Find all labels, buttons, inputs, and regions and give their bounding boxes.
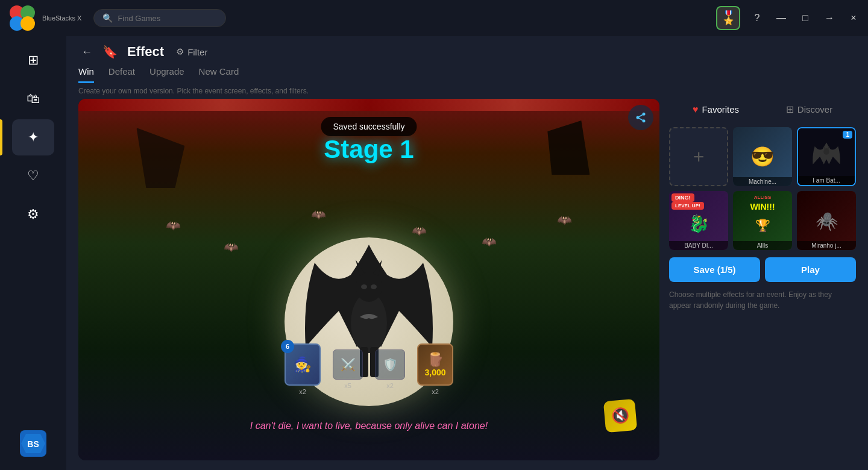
thumb-label-allis: Allls <box>733 241 792 250</box>
tab-defeat[interactable]: Defeat <box>108 66 135 83</box>
plus-icon: + <box>693 146 705 168</box>
thumbnails-grid: + 😎 Machine... <box>669 127 856 250</box>
page-title: Effect <box>127 44 164 60</box>
sidebar-bottom: BS <box>19 429 48 460</box>
tab-upgrade[interactable]: Upgrade <box>149 66 184 83</box>
tab-new-card[interactable]: New Card <box>199 66 239 83</box>
sidebar-item-home[interactable]: ⊞ <box>12 42 54 78</box>
store-icon: 🛍 <box>27 91 40 107</box>
main-content: ← 🔖 Effect ⚙ Filter Win Defeat Upgrade N… <box>66 36 868 470</box>
card-row: 6 🧙 x2 ⚔️ x5 🛡️ x2 <box>285 343 453 395</box>
gold-amount: 3,000 <box>424 368 445 377</box>
sidebar: ⊞ 🛍 ✦ ♡ ⚙ BS <box>0 36 66 470</box>
back-button[interactable]: ← <box>78 43 95 60</box>
play-button[interactable]: Play <box>765 257 856 282</box>
sidebar-item-store[interactable]: 🛍 <box>12 81 54 117</box>
page-subtitle: Create your own mod version. Pick the ev… <box>66 83 868 99</box>
forward-button[interactable]: → <box>822 11 837 25</box>
search-input[interactable] <box>118 14 217 23</box>
saved-toast: Saved successfully <box>321 117 417 136</box>
thumbnail-miranho[interactable]: 🕷️ Miranho j... <box>797 191 856 250</box>
user-avatar[interactable]: 🎖️ <box>716 6 740 30</box>
svg-line-19 <box>639 114 643 116</box>
active-indicator <box>0 119 2 155</box>
thumb-label-miranho: Miranho j... <box>797 241 856 250</box>
card-badge: 6 <box>281 340 294 353</box>
minimize-button[interactable]: — <box>774 11 788 25</box>
titlebar-controls: 🎖️ ? — □ → × <box>716 6 861 30</box>
thumb-label-machine: Machine... <box>733 177 792 186</box>
discover-tab-icon: ⊞ <box>786 104 794 115</box>
home-icon: ⊞ <box>28 52 39 68</box>
app-name: BlueStacks X <box>42 14 81 22</box>
thumbnail-batman[interactable]: 1 I am Bat... <box>797 127 856 186</box>
thumbnail-allis[interactable]: ALLISS WIN!!! 🏆 Allls <box>733 191 792 250</box>
game-subtitle: I can't die, I want to live, because onl… <box>250 421 488 431</box>
heart-tab-icon: ♥ <box>693 104 699 115</box>
titlebar: BlueStacks X 🔍 🎖️ ? — □ → × <box>0 0 868 36</box>
search-bar[interactable]: 🔍 <box>93 9 226 27</box>
sidebar-item-settings[interactable]: ⚙ <box>12 196 54 233</box>
svg-point-17 <box>643 119 646 122</box>
thumb-label-baby: BABY DI... <box>669 241 728 250</box>
bluestacks-bottom-logo: BS <box>19 429 48 460</box>
svg-point-3 <box>20 16 35 31</box>
thumb-badge-batman: 1 <box>843 131 852 139</box>
flying-bats: 🦇 🦇 🦇 🦇 🦇 🦇 <box>78 207 659 316</box>
panel-tab-favorites[interactable]: ♥ Favorites <box>669 99 763 120</box>
gear-icon: ⚙ <box>27 207 39 222</box>
sidebar-item-favorites[interactable]: ♡ <box>12 158 54 194</box>
action-buttons: Save (1/5) Play <box>669 257 856 282</box>
thumb-label-batman: I am Bat... <box>798 176 855 185</box>
thumbnail-machine[interactable]: 😎 Machine... <box>733 127 792 186</box>
share-button[interactable] <box>628 105 653 130</box>
speaker-button[interactable]: 🔇 <box>603 399 637 433</box>
svg-text:BS: BS <box>27 439 39 449</box>
svg-point-15 <box>643 113 646 116</box>
hint-text: Choose multiple effects for an event. En… <box>669 289 856 311</box>
right-panel: ♥ Favorites ⊞ Discover + 😎 <box>669 99 856 460</box>
thumbnail-baby[interactable]: DING! LEVEL UP! 🐉 BABY DI... <box>669 191 728 250</box>
game-scene: 🦇 🦇 🦇 🦇 🦇 🦇 Stage 1 Saved successfully 6 <box>78 99 659 460</box>
search-icon: 🔍 <box>102 13 113 23</box>
preview-panel: 🦇 🦇 🦇 🦇 🦇 🦇 Stage 1 Saved successfully 6 <box>78 99 659 460</box>
tab-win[interactable]: Win <box>78 66 94 83</box>
help-button[interactable]: ? <box>750 11 764 25</box>
effects-icon: ✦ <box>28 130 39 145</box>
panel-tab-discover[interactable]: ⊞ Discover <box>763 99 856 120</box>
content-area: 🦇 🦇 🦇 🦇 🦇 🦇 Stage 1 Saved successfully 6 <box>66 99 868 470</box>
game-card-hero: 6 🧙 <box>285 343 321 386</box>
close-button[interactable]: × <box>846 11 861 25</box>
save-button[interactable]: Save (1/5) <box>669 257 760 282</box>
tab-bar: Win Defeat Upgrade New Card <box>66 60 868 83</box>
top-navigation: ← 🔖 Effect ⚙ Filter <box>66 36 868 60</box>
sidebar-item-effects[interactable]: ✦ <box>12 119 54 155</box>
bluestacks-logo <box>7 3 37 33</box>
maximize-button[interactable]: □ <box>798 11 813 25</box>
svg-line-18 <box>639 118 643 120</box>
heart-icon: ♡ <box>27 168 39 184</box>
svg-point-16 <box>637 116 640 119</box>
chest-card: 🪵 3,000 <box>417 343 453 386</box>
add-effect-button[interactable]: + <box>669 127 728 186</box>
stage-label: Stage 1 <box>324 135 414 164</box>
svg-point-20 <box>823 148 829 155</box>
filter-icon: ⚙ <box>176 46 184 57</box>
filter-button[interactable]: ⚙ Filter <box>176 46 207 57</box>
effect-page-icon: 🔖 <box>102 45 118 59</box>
panel-tab-bar: ♥ Favorites ⊞ Discover <box>669 99 856 120</box>
